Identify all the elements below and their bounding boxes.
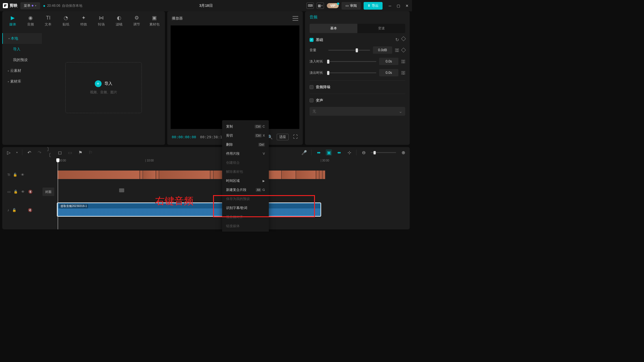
context-menu-item[interactable]: 新建复合片段AltG — [222, 185, 269, 194]
delete-tool[interactable]: ▭ — [67, 149, 73, 156]
fadein-value[interactable]: 0.0s — [379, 58, 398, 65]
zoom-in-icon[interactable]: ⊕ — [400, 149, 406, 156]
tool-tab-贴纸[interactable]: ◔贴纸 — [57, 14, 75, 28]
annotation-text: 右键音频 — [155, 195, 194, 208]
context-menu-item[interactable]: 删除Del — [222, 140, 269, 149]
tool-tab-特效[interactable]: ✦特效 — [75, 14, 93, 28]
tool-tab-媒体[interactable]: ▶媒体 — [4, 14, 22, 28]
review-button[interactable]: ▭ 审阅 — [342, 2, 361, 10]
fadeout-slider[interactable] — [328, 72, 376, 73]
timecode-total: 00:29:38:15 — [200, 135, 224, 139]
keyframe-icon[interactable] — [401, 36, 406, 41]
text-clip[interactable] — [140, 171, 143, 179]
redo-button[interactable]: ↷ — [37, 149, 43, 156]
tool-tab-音频[interactable]: ◉音频 — [22, 14, 40, 28]
maximize-button[interactable]: ▢ — [396, 3, 401, 8]
tab-icon: ◐ — [116, 15, 122, 21]
text-clip[interactable] — [57, 171, 139, 179]
text-clip[interactable] — [322, 171, 325, 179]
chevron-icon: ▸ — [8, 70, 9, 72]
flag-tool[interactable]: ⚑ — [77, 149, 83, 156]
playhead[interactable] — [58, 158, 58, 229]
tool-tab-转场[interactable]: ⋈转场 — [93, 14, 110, 28]
fadeout-value[interactable]: 0.0s — [379, 69, 398, 76]
context-menu-item[interactable]: 复制CtrlC — [222, 122, 269, 131]
mic-icon[interactable]: 🎤 — [301, 149, 307, 156]
tool-tab-文本[interactable]: TI文本 — [39, 14, 57, 28]
text-clip[interactable] — [143, 171, 156, 179]
volume-spinner[interactable]: ▴▾ — [395, 48, 399, 52]
zoom-slider[interactable] — [371, 152, 396, 153]
magnet-left-icon[interactable]: ⬌ — [315, 149, 322, 156]
text-clip[interactable] — [282, 171, 296, 179]
video-preview[interactable] — [171, 25, 299, 129]
text-clip[interactable] — [159, 171, 210, 179]
tool-tab-调节[interactable]: ⚙调节 — [128, 14, 146, 28]
align-icon[interactable]: ⊹ — [346, 149, 352, 156]
lock-icon[interactable]: 🔓 — [12, 208, 16, 212]
eye-icon[interactable]: 👁 — [20, 173, 25, 177]
timeline-panel: ▷ ▼ ↶ ↷ 〕〔 ◻ ▭ ⚑ ⚐ 🎤 ⬌ ▣ ⬌ ⊹ ⊖ ⊕ | 00:00… — [2, 147, 410, 229]
text-clip[interactable] — [319, 171, 322, 179]
volume-slider[interactable] — [328, 50, 370, 51]
text-clip[interactable] — [316, 171, 319, 179]
menu-button[interactable]: 菜单 ▼ — [20, 2, 40, 9]
flag-off-tool[interactable]: ⚐ — [87, 149, 94, 156]
mute-icon[interactable]: 🔇 — [28, 208, 32, 212]
basic-checkbox[interactable]: ✓ — [310, 38, 314, 42]
lock-icon[interactable]: 🔓 — [13, 189, 18, 194]
context-menu-item[interactable]: 剪切CtrlX — [222, 131, 269, 140]
eye-icon[interactable]: 👁 — [21, 189, 25, 194]
voice-checkbox[interactable] — [310, 98, 314, 102]
zoom-out-icon[interactable]: ⊖ — [360, 149, 367, 156]
cursor-tool[interactable]: ▷ — [6, 149, 12, 156]
text-clip[interactable] — [156, 171, 159, 179]
close-button[interactable]: ✕ — [405, 3, 409, 8]
mute-icon[interactable]: 🔇 — [28, 189, 33, 194]
sidebar-item[interactable]: ▸云素材 — [2, 65, 42, 76]
sidebar-item[interactable]: ▾本地 — [2, 33, 42, 44]
text-clip[interactable] — [210, 171, 213, 179]
volume-value[interactable]: 0.0dB — [373, 46, 392, 54]
titlebar: 剪映 菜单 ▼ ● 20:46:06 自动保存本地 3月18日 ⌨ ▦ ▼ VI… — [0, 0, 412, 11]
inspector-tab[interactable]: 变速 — [357, 24, 405, 33]
tool-dropdown-icon[interactable]: ▼ — [16, 151, 18, 154]
crop-tool[interactable]: ◻ — [57, 149, 63, 156]
voice-select[interactable]: 无 ⌄ — [310, 107, 405, 116]
split-tool[interactable]: 〕〔 — [47, 149, 53, 156]
fadein-slider[interactable] — [328, 61, 376, 62]
fadein-spinner[interactable]: ▴▾ — [401, 60, 405, 63]
inspector-tab[interactable]: 基本 — [310, 24, 357, 33]
volume-keyframe-icon[interactable] — [401, 48, 406, 53]
keyboard-icon[interactable]: ⌨ — [306, 3, 314, 9]
import-dropzone[interactable]: + 导入 视频、音频、图片 — [65, 62, 142, 113]
timeline-body[interactable]: | 00:00| 10:00| 20:00| 30:00 TI 🔓 👁 ▭ 🔓 … — [2, 158, 410, 229]
text-clip[interactable] — [296, 171, 316, 179]
undo-button[interactable]: ↶ — [26, 149, 33, 156]
ruler-mark: | 10:00 — [145, 159, 154, 162]
fullscreen-icon[interactable]: ⛶ — [293, 134, 298, 140]
sidebar-item[interactable]: 我的预设 — [2, 55, 42, 65]
noise-checkbox[interactable] — [310, 85, 314, 89]
sidebar-item[interactable]: 导入 — [2, 44, 42, 55]
context-menu-item[interactable]: 时间区域▶ — [222, 176, 269, 185]
player-menu-icon[interactable] — [293, 16, 298, 21]
magnet-right-icon[interactable]: ⬌ — [336, 149, 342, 156]
cover-thumbnail[interactable]: 封面 — [42, 188, 54, 196]
fadeout-slider-row: 淡出时长 0.0s ▴▾ — [310, 69, 405, 76]
reset-icon[interactable]: ↻ — [395, 37, 399, 42]
layout-icon[interactable]: ▦ ▼ — [317, 3, 324, 9]
vip-badge[interactable]: VIP — [327, 3, 339, 8]
minimize-button[interactable]: ─ — [388, 3, 392, 8]
context-menu-item[interactable]: 停用片段V — [222, 149, 269, 158]
fadeout-spinner[interactable]: ▴▾ — [401, 71, 405, 75]
tool-tab-素材包[interactable]: ▣素材包 — [146, 14, 164, 28]
sidebar-item[interactable]: ▸素材库 — [2, 76, 42, 87]
annotation-box — [213, 195, 315, 217]
fit-button[interactable]: 适应 — [277, 134, 289, 140]
magnet-icon[interactable]: ▣ — [326, 149, 332, 156]
export-button[interactable]: ⬆ 导出 — [364, 2, 383, 10]
media-sidebar: ▾本地导入我的预设▸云素材▸素材库 — [2, 30, 42, 145]
tool-tab-滤镜[interactable]: ◐滤镜 — [110, 14, 128, 28]
lock-icon[interactable]: 🔓 — [13, 173, 18, 177]
